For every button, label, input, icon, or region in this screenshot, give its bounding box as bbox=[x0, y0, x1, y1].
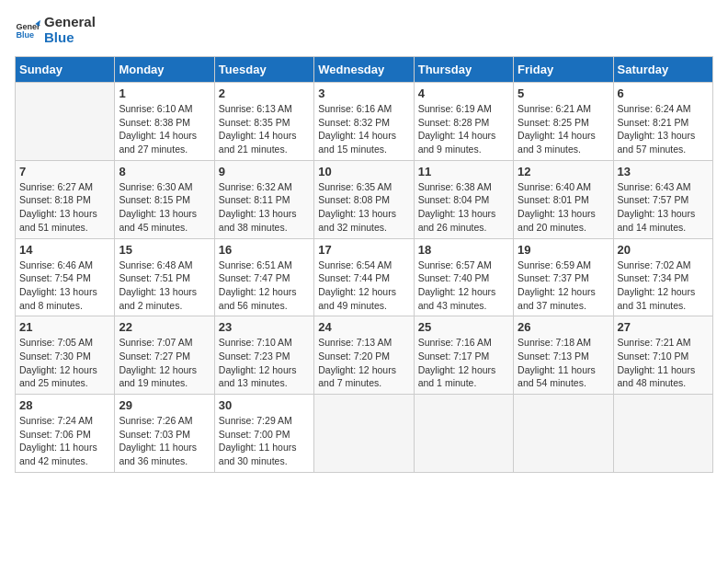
day-number: 1 bbox=[119, 86, 210, 100]
calendar-cell: 30Sunrise: 7:29 AM Sunset: 7:00 PM Dayli… bbox=[214, 395, 313, 473]
calendar-cell: 26Sunrise: 7:18 AM Sunset: 7:13 PM Dayli… bbox=[514, 316, 613, 395]
day-number: 9 bbox=[219, 165, 310, 178]
day-of-week-header: Tuesday bbox=[214, 57, 313, 83]
calendar-week-row: 7Sunrise: 6:27 AM Sunset: 8:18 PM Daylig… bbox=[16, 160, 713, 238]
calendar-cell: 21Sunrise: 7:05 AM Sunset: 7:30 PM Dayli… bbox=[16, 316, 115, 395]
day-number: 7 bbox=[19, 165, 110, 178]
calendar-week-row: 14Sunrise: 6:46 AM Sunset: 7:54 PM Dayli… bbox=[16, 238, 713, 316]
day-info: Sunrise: 6:48 AM Sunset: 7:51 PM Dayligh… bbox=[119, 259, 210, 313]
day-number: 23 bbox=[219, 320, 310, 334]
calendar-cell: 27Sunrise: 7:21 AM Sunset: 7:10 PM Dayli… bbox=[613, 316, 712, 395]
day-number: 3 bbox=[318, 86, 409, 100]
day-number: 18 bbox=[418, 243, 509, 257]
day-info: Sunrise: 7:21 AM Sunset: 7:10 PM Dayligh… bbox=[618, 336, 709, 390]
day-of-week-header: Saturday bbox=[613, 57, 712, 83]
day-number: 5 bbox=[518, 86, 609, 100]
calendar-cell: 25Sunrise: 7:16 AM Sunset: 7:17 PM Dayli… bbox=[414, 316, 513, 395]
day-of-week-header: Monday bbox=[115, 57, 214, 83]
svg-text:Blue: Blue bbox=[16, 30, 34, 40]
calendar-cell: 15Sunrise: 6:48 AM Sunset: 7:51 PM Dayli… bbox=[115, 238, 214, 316]
day-number: 22 bbox=[119, 320, 210, 334]
day-of-week-header: Sunday bbox=[16, 57, 115, 83]
calendar-cell: 1Sunrise: 6:10 AM Sunset: 8:38 PM Daylig… bbox=[115, 83, 214, 161]
day-info: Sunrise: 6:40 AM Sunset: 8:01 PM Dayligh… bbox=[518, 180, 609, 235]
day-number: 26 bbox=[518, 320, 609, 334]
calendar-cell bbox=[16, 83, 115, 161]
calendar-week-row: 28Sunrise: 7:24 AM Sunset: 7:06 PM Dayli… bbox=[16, 395, 713, 473]
day-number: 16 bbox=[219, 243, 310, 257]
day-info: Sunrise: 7:29 AM Sunset: 7:00 PM Dayligh… bbox=[219, 414, 310, 468]
day-info: Sunrise: 6:32 AM Sunset: 8:11 PM Dayligh… bbox=[219, 180, 310, 235]
day-number: 14 bbox=[19, 243, 110, 257]
day-number: 12 bbox=[518, 165, 609, 178]
day-number: 24 bbox=[318, 320, 409, 334]
day-number: 19 bbox=[518, 243, 609, 257]
day-info: Sunrise: 6:24 AM Sunset: 8:21 PM Dayligh… bbox=[618, 102, 709, 156]
calendar-cell: 2Sunrise: 6:13 AM Sunset: 8:35 PM Daylig… bbox=[214, 83, 313, 161]
day-info: Sunrise: 7:16 AM Sunset: 7:17 PM Dayligh… bbox=[418, 336, 509, 390]
calendar-cell: 18Sunrise: 6:57 AM Sunset: 7:40 PM Dayli… bbox=[414, 238, 513, 316]
day-info: Sunrise: 6:13 AM Sunset: 8:35 PM Dayligh… bbox=[219, 102, 310, 156]
day-info: Sunrise: 6:27 AM Sunset: 8:18 PM Dayligh… bbox=[19, 180, 110, 235]
day-info: Sunrise: 6:51 AM Sunset: 7:47 PM Dayligh… bbox=[219, 259, 310, 313]
day-number: 25 bbox=[418, 320, 509, 334]
calendar-cell: 23Sunrise: 7:10 AM Sunset: 7:23 PM Dayli… bbox=[214, 316, 313, 395]
calendar-cell: 5Sunrise: 6:21 AM Sunset: 8:25 PM Daylig… bbox=[514, 83, 613, 161]
calendar-cell: 16Sunrise: 6:51 AM Sunset: 7:47 PM Dayli… bbox=[214, 238, 313, 316]
calendar-cell: 7Sunrise: 6:27 AM Sunset: 8:18 PM Daylig… bbox=[16, 160, 115, 238]
calendar-cell: 13Sunrise: 6:43 AM Sunset: 7:57 PM Dayli… bbox=[613, 160, 712, 238]
day-number: 27 bbox=[618, 320, 709, 334]
calendar-table: SundayMondayTuesdayWednesdayThursdayFrid… bbox=[15, 56, 713, 473]
day-info: Sunrise: 6:59 AM Sunset: 7:37 PM Dayligh… bbox=[518, 259, 609, 313]
calendar-cell: 28Sunrise: 7:24 AM Sunset: 7:06 PM Dayli… bbox=[16, 395, 115, 473]
day-info: Sunrise: 6:16 AM Sunset: 8:32 PM Dayligh… bbox=[318, 102, 409, 156]
logo-text-blue: Blue bbox=[44, 29, 74, 45]
day-number: 15 bbox=[119, 243, 210, 257]
calendar-cell: 11Sunrise: 6:38 AM Sunset: 8:04 PM Dayli… bbox=[414, 160, 513, 238]
calendar-cell: 24Sunrise: 7:13 AM Sunset: 7:20 PM Dayli… bbox=[314, 316, 414, 395]
calendar-cell: 14Sunrise: 6:46 AM Sunset: 7:54 PM Dayli… bbox=[16, 238, 115, 316]
day-info: Sunrise: 7:26 AM Sunset: 7:03 PM Dayligh… bbox=[119, 414, 210, 468]
calendar-cell: 22Sunrise: 7:07 AM Sunset: 7:27 PM Dayli… bbox=[115, 316, 214, 395]
calendar-cell: 20Sunrise: 7:02 AM Sunset: 7:34 PM Dayli… bbox=[613, 238, 712, 316]
calendar-cell: 17Sunrise: 6:54 AM Sunset: 7:44 PM Dayli… bbox=[314, 238, 414, 316]
day-number: 17 bbox=[318, 243, 409, 257]
calendar-cell: 19Sunrise: 6:59 AM Sunset: 7:37 PM Dayli… bbox=[514, 238, 613, 316]
day-of-week-header: Wednesday bbox=[314, 57, 414, 83]
day-number: 13 bbox=[618, 165, 709, 178]
day-info: Sunrise: 6:57 AM Sunset: 7:40 PM Dayligh… bbox=[418, 259, 509, 313]
day-info: Sunrise: 6:19 AM Sunset: 8:28 PM Dayligh… bbox=[418, 102, 509, 156]
calendar-cell: 3Sunrise: 6:16 AM Sunset: 8:32 PM Daylig… bbox=[314, 83, 414, 161]
day-number: 2 bbox=[219, 86, 310, 100]
calendar-week-row: 21Sunrise: 7:05 AM Sunset: 7:30 PM Dayli… bbox=[16, 316, 713, 395]
day-number: 29 bbox=[119, 398, 210, 412]
day-info: Sunrise: 7:05 AM Sunset: 7:30 PM Dayligh… bbox=[19, 336, 110, 390]
day-number: 11 bbox=[418, 165, 509, 178]
day-info: Sunrise: 7:07 AM Sunset: 7:27 PM Dayligh… bbox=[119, 336, 210, 390]
day-info: Sunrise: 7:24 AM Sunset: 7:06 PM Dayligh… bbox=[19, 414, 110, 468]
day-number: 6 bbox=[618, 86, 709, 100]
day-number: 4 bbox=[418, 86, 509, 100]
day-number: 20 bbox=[618, 243, 709, 257]
calendar-cell bbox=[613, 395, 712, 473]
day-info: Sunrise: 7:02 AM Sunset: 7:34 PM Dayligh… bbox=[618, 259, 709, 313]
day-of-week-header: Thursday bbox=[414, 57, 513, 83]
calendar-cell: 29Sunrise: 7:26 AM Sunset: 7:03 PM Dayli… bbox=[115, 395, 214, 473]
day-number: 8 bbox=[119, 165, 210, 178]
calendar-cell: 4Sunrise: 6:19 AM Sunset: 8:28 PM Daylig… bbox=[414, 83, 513, 161]
day-info: Sunrise: 6:30 AM Sunset: 8:15 PM Dayligh… bbox=[119, 180, 210, 235]
day-info: Sunrise: 7:13 AM Sunset: 7:20 PM Dayligh… bbox=[318, 336, 409, 390]
calendar-cell: 9Sunrise: 6:32 AM Sunset: 8:11 PM Daylig… bbox=[214, 160, 313, 238]
day-number: 28 bbox=[19, 398, 110, 412]
calendar-cell: 12Sunrise: 6:40 AM Sunset: 8:01 PM Dayli… bbox=[514, 160, 613, 238]
day-number: 10 bbox=[318, 165, 409, 178]
day-info: Sunrise: 6:38 AM Sunset: 8:04 PM Dayligh… bbox=[418, 180, 509, 235]
logo-icon: General Blue bbox=[15, 17, 40, 43]
day-number: 21 bbox=[19, 320, 110, 334]
logo: General Blue General Blue bbox=[15, 15, 96, 45]
calendar-cell: 6Sunrise: 6:24 AM Sunset: 8:21 PM Daylig… bbox=[613, 83, 712, 161]
day-info: Sunrise: 6:43 AM Sunset: 7:57 PM Dayligh… bbox=[618, 180, 709, 235]
day-info: Sunrise: 7:10 AM Sunset: 7:23 PM Dayligh… bbox=[219, 336, 310, 390]
day-info: Sunrise: 6:54 AM Sunset: 7:44 PM Dayligh… bbox=[318, 259, 409, 313]
header: General Blue General Blue bbox=[15, 15, 713, 45]
